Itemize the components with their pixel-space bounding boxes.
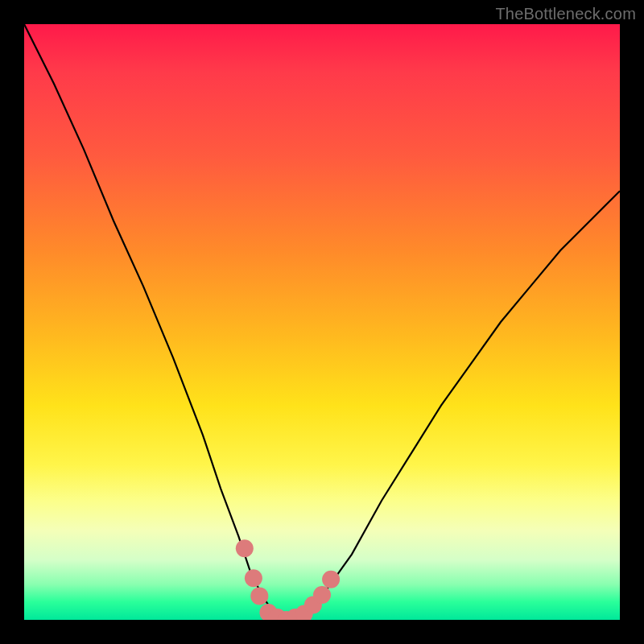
bottleneck-curve <box>24 24 620 620</box>
marker-cluster <box>236 539 340 620</box>
curve-marker <box>236 539 254 557</box>
app-frame: TheBottleneck.com <box>0 0 644 644</box>
curve-marker <box>245 569 262 587</box>
curve-marker <box>313 586 331 604</box>
chart-svg <box>24 24 620 620</box>
plot-area <box>24 24 620 620</box>
curve-marker <box>250 587 268 605</box>
watermark-text: TheBottleneck.com <box>495 5 636 23</box>
curve-marker <box>322 571 340 588</box>
